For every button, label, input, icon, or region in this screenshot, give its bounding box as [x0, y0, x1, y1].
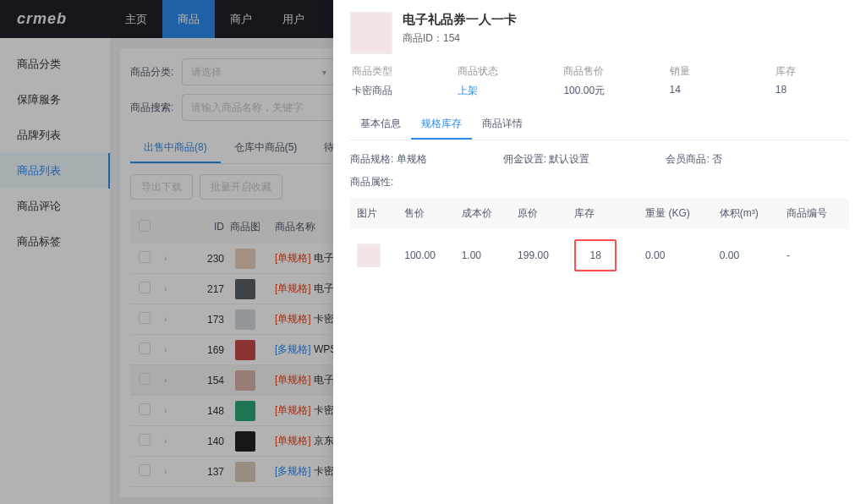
info-label: 销量 — [670, 64, 742, 79]
info-label: 商品类型 — [352, 64, 424, 79]
info-value: 100.00元 — [563, 84, 635, 98]
cell-weight: 0.00 — [639, 229, 713, 282]
info-label: 商品状态 — [458, 64, 529, 79]
info-label: 商品售价 — [563, 64, 635, 79]
drawer-tab-1[interactable]: 规格库存 — [411, 110, 472, 140]
cell-origin: 199.00 — [511, 229, 567, 282]
drawer-tab-2[interactable]: 商品详情 — [472, 110, 533, 140]
product-id-label: 商品ID：154 — [403, 31, 517, 46]
spec-th: 成本价 — [455, 198, 511, 229]
spec-th: 体积(m³) — [713, 198, 780, 229]
attr-label: 商品属性: — [350, 172, 849, 198]
drawer-tab-0[interactable]: 基本信息 — [350, 110, 411, 140]
info-value: 卡密商品 — [352, 84, 424, 98]
spec-th: 商品编号 — [780, 198, 849, 229]
product-drawer: 电子礼品券一人一卡 商品ID：154 商品类型卡密商品商品状态上架商品售价100… — [333, 0, 866, 504]
cell-volume: 0.00 — [713, 229, 780, 282]
cell-sale: 100.00 — [397, 229, 454, 282]
info-label: 库存 — [776, 64, 847, 79]
spec-th: 售价 — [397, 198, 454, 229]
spec-row-image — [357, 244, 381, 267]
product-title: 电子礼品券一人一卡 — [403, 12, 517, 28]
spec-th: 重量 (KG) — [639, 198, 713, 229]
info-value: 18 — [776, 84, 847, 96]
spec-th: 图片 — [350, 198, 397, 229]
info-value: 上架 — [458, 84, 529, 98]
spec-th: 原价 — [511, 198, 567, 229]
cell-cost: 1.00 — [455, 229, 511, 282]
info-value: 14 — [670, 84, 742, 96]
spec-th: 库存 — [567, 198, 639, 229]
cell-sku: - — [780, 229, 849, 282]
cell-stock-highlight: 18 — [574, 239, 616, 271]
product-image — [350, 12, 392, 54]
